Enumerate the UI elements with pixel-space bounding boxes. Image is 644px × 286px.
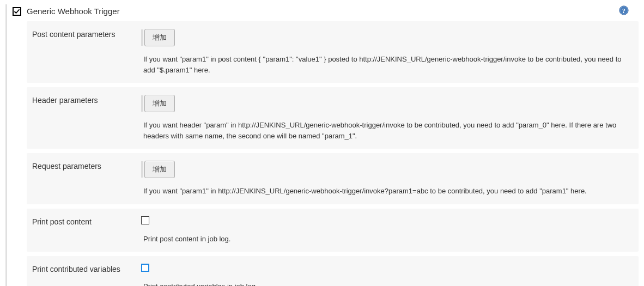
button-handle — [141, 29, 143, 46]
generic-webhook-trigger-section: Generic Webhook Trigger ? Post content p… — [5, 4, 639, 286]
plugin-enable-checkbox[interactable] — [13, 7, 21, 16]
plugin-header: Generic Webhook Trigger ? — [10, 4, 639, 21]
post-content-description: If you want "param1" in post content { "… — [27, 48, 639, 82]
post-content-label: Post content parameters — [32, 29, 141, 39]
print-post-block: Print post content Print post content in… — [27, 209, 639, 252]
print-vars-checkbox[interactable] — [141, 264, 149, 272]
add-header-param-button[interactable]: 增加 — [144, 95, 175, 112]
header-param-description: If you want header "param" in http://JEN… — [27, 114, 639, 148]
print-post-checkbox[interactable] — [141, 216, 149, 224]
add-post-content-button[interactable]: 增加 — [144, 29, 175, 46]
print-vars-block: Print contributed variables Print contri… — [27, 256, 639, 286]
request-param-description: If you want "param1" in http://JENKINS_U… — [27, 180, 639, 203]
request-param-block: Request parameters 增加 If you want "param… — [27, 153, 639, 204]
print-vars-description: Print contributed variables in job log. — [27, 276, 639, 286]
print-post-label: Print post content — [32, 216, 141, 226]
print-post-description: Print post content in job log. — [27, 228, 639, 251]
help-icon[interactable]: ? — [619, 5, 629, 15]
request-param-label: Request parameters — [32, 161, 141, 171]
post-content-param-block: Post content parameters 增加 If you want "… — [27, 21, 639, 83]
svg-text:?: ? — [622, 8, 625, 15]
print-vars-label: Print contributed variables — [32, 264, 141, 273]
button-handle — [141, 95, 143, 112]
plugin-title: Generic Webhook Trigger — [27, 7, 120, 16]
header-param-block: Header parameters 增加 If you want header … — [27, 87, 639, 149]
add-request-param-button[interactable]: 增加 — [144, 161, 175, 178]
header-param-label: Header parameters — [32, 95, 141, 105]
button-handle — [141, 161, 143, 178]
